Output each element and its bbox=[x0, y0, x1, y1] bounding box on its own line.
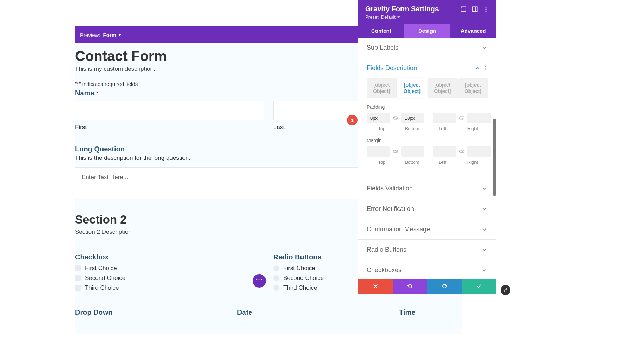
textarea-placeholder: Enter Text Here... bbox=[82, 174, 128, 181]
accordion-fields-description: Fields Description [object Object] [obje… bbox=[358, 58, 496, 178]
settings-panel: Gravity Form Settings Preset: Default Co… bbox=[358, 0, 496, 294]
margin-bottom-input[interactable] bbox=[401, 146, 424, 157]
accordion-radio-buttons: Radio Buttons bbox=[358, 240, 496, 260]
toggle-btn-1[interactable]: [object Object] bbox=[367, 78, 397, 98]
padding-top-label: Top bbox=[367, 126, 397, 131]
chevron-down-icon bbox=[482, 187, 486, 191]
margin-top-label: Top bbox=[367, 159, 397, 165]
padding-left-label: Left bbox=[427, 126, 458, 131]
panel-tabs: Content Design Advanced bbox=[358, 24, 496, 38]
choice-label: Third Choice bbox=[85, 284, 119, 291]
responsive-toggle-buttons: [object Object] [object Object] [object … bbox=[367, 78, 488, 98]
margin-top-input[interactable] bbox=[367, 146, 390, 157]
panel-title: Gravity Form Settings bbox=[365, 5, 455, 13]
link-icon[interactable] bbox=[392, 114, 399, 121]
radio-icon bbox=[273, 275, 279, 281]
time-label: Time bbox=[399, 308, 462, 316]
accordion-confirmation-message: Confirmation Message bbox=[358, 219, 496, 240]
checkbox-icon bbox=[75, 285, 81, 291]
panel-scrollbar[interactable] bbox=[493, 119, 496, 196]
checkbox-field: Checkbox First Choice Second Choice Thir… bbox=[75, 253, 264, 294]
accordion-fields-validation: Fields Validation bbox=[358, 178, 496, 199]
padding-right-input[interactable] bbox=[467, 113, 491, 123]
margin-bottom-label: Bottom bbox=[397, 159, 427, 165]
panel-body[interactable]: Sub Labels Fields Description [object Ob… bbox=[358, 38, 496, 279]
choice-label: Second Choice bbox=[283, 275, 324, 282]
date-label: Date bbox=[237, 308, 390, 316]
choice-label: Third Choice bbox=[283, 284, 317, 291]
accordion-header-confirmation-message[interactable]: Confirmation Message bbox=[358, 219, 496, 239]
first-name-input[interactable] bbox=[75, 101, 264, 120]
resize-corner-button[interactable] bbox=[501, 285, 510, 295]
choice-label: First Choice bbox=[283, 265, 315, 272]
checkbox-icon bbox=[75, 275, 81, 281]
tab-content[interactable]: Content bbox=[358, 24, 404, 38]
toggle-btn-4[interactable]: [object Object] bbox=[458, 78, 488, 98]
checkbox-choice-3[interactable]: Third Choice bbox=[75, 284, 264, 291]
checkbox-choice-1[interactable]: First Choice bbox=[75, 265, 264, 272]
snap-icon[interactable] bbox=[472, 6, 478, 12]
accordion-error-notification: Error Notification bbox=[358, 199, 496, 219]
redo-button[interactable] bbox=[427, 279, 462, 294]
margin-label: Margin bbox=[367, 138, 488, 143]
required-text: " indicates required fields bbox=[79, 81, 138, 87]
panel-footer bbox=[358, 279, 496, 294]
save-button[interactable] bbox=[462, 279, 496, 294]
checkbox-label: Checkbox bbox=[75, 253, 264, 261]
chevron-down-icon bbox=[482, 207, 486, 211]
accordion-title: Radio Buttons bbox=[367, 246, 482, 253]
first-name-sublabel: First bbox=[75, 124, 264, 131]
margin-left-label: Left bbox=[427, 159, 458, 165]
link-icon[interactable] bbox=[458, 148, 465, 155]
checkbox-icon bbox=[75, 265, 81, 271]
accordion-title: Fields Validation bbox=[367, 185, 482, 192]
accordion-title: Confirmation Message bbox=[367, 226, 482, 233]
link-icon[interactable] bbox=[458, 114, 465, 121]
close-button[interactable] bbox=[358, 279, 393, 294]
margin-right-label: Right bbox=[458, 159, 488, 165]
radio-icon bbox=[273, 285, 279, 291]
preview-form-dropdown[interactable]: Form bbox=[103, 32, 122, 38]
toggle-btn-2[interactable]: [object Object] bbox=[397, 78, 427, 98]
link-icon[interactable] bbox=[392, 148, 399, 155]
expand-icon[interactable] bbox=[460, 6, 467, 12]
chevron-down-icon bbox=[482, 227, 486, 232]
svg-point-4 bbox=[485, 8, 486, 10]
accordion-title: Error Notification bbox=[367, 205, 482, 213]
accordion-header-fields-description[interactable]: Fields Description bbox=[358, 58, 496, 78]
padding-left-input[interactable] bbox=[433, 113, 456, 123]
accordion-header-fields-validation[interactable]: Fields Validation bbox=[358, 178, 496, 199]
margin-left-input[interactable] bbox=[433, 146, 456, 157]
more-options-icon[interactable] bbox=[484, 66, 488, 70]
accordion-title: Fields Description bbox=[367, 64, 475, 72]
checkbox-choice-2[interactable]: Second Choice bbox=[75, 275, 264, 282]
padding-label: Padding bbox=[367, 104, 488, 110]
preset-dropdown[interactable]: Preset: Default bbox=[365, 14, 489, 20]
panel-header: Gravity Form Settings Preset: Default bbox=[358, 0, 496, 24]
padding-bottom-label: Bottom bbox=[397, 126, 427, 131]
choice-label: First Choice bbox=[85, 265, 117, 272]
required-star-icon: * bbox=[96, 90, 98, 96]
tab-design[interactable]: Design bbox=[404, 24, 450, 38]
svg-point-5 bbox=[485, 10, 486, 11]
choice-label: Second Choice bbox=[85, 275, 125, 282]
accordion-header-radio-buttons[interactable]: Radio Buttons bbox=[358, 240, 496, 260]
svg-rect-1 bbox=[472, 7, 477, 12]
padding-bottom-input[interactable] bbox=[401, 113, 424, 123]
padding-right-label: Right bbox=[458, 126, 488, 131]
chevron-up-icon bbox=[475, 66, 479, 70]
chevron-down-icon bbox=[482, 46, 486, 50]
radio-icon bbox=[273, 265, 279, 271]
chevron-down-icon bbox=[482, 268, 486, 272]
accordion-header-checkboxes[interactable]: Checkboxes bbox=[358, 260, 496, 279]
undo-button[interactable] bbox=[393, 279, 427, 294]
padding-top-input[interactable] bbox=[367, 113, 390, 123]
margin-right-input[interactable] bbox=[467, 146, 491, 157]
accordion-header-error-notification[interactable]: Error Notification bbox=[358, 199, 496, 219]
tab-advanced[interactable]: Advanced bbox=[450, 24, 496, 38]
accordion-header-sub-labels[interactable]: Sub Labels bbox=[358, 38, 496, 58]
more-icon[interactable] bbox=[483, 6, 489, 12]
toggle-btn-3[interactable]: [object Object] bbox=[428, 78, 458, 98]
module-options-fab[interactable]: ⋯ bbox=[253, 274, 266, 288]
name-label-text: Name bbox=[75, 89, 94, 97]
